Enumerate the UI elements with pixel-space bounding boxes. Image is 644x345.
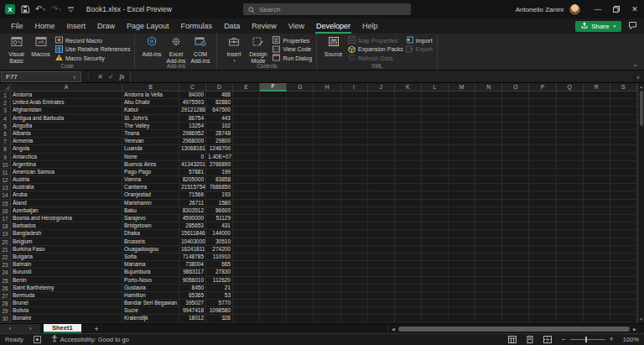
cell[interactable] (422, 307, 449, 315)
cell[interactable] (395, 169, 422, 176)
cell[interactable] (287, 123, 314, 130)
cell[interactable]: 2766890 (206, 161, 233, 169)
cell[interactable] (368, 292, 395, 300)
cell[interactable] (557, 254, 584, 261)
cell[interactable] (449, 215, 475, 222)
cell[interactable] (422, 145, 449, 153)
cell[interactable] (314, 130, 340, 138)
cell[interactable] (475, 277, 502, 285)
cell[interactable] (368, 254, 395, 261)
cell[interactable] (341, 215, 368, 222)
cell[interactable]: Bujumbura (122, 269, 179, 276)
hscroll-right-icon[interactable]: ▶ (633, 324, 636, 333)
cell[interactable] (502, 315, 529, 322)
row-number[interactable]: 1 (0, 91, 11, 99)
cell[interactable] (314, 246, 340, 254)
cell[interactable] (529, 261, 556, 269)
cell[interactable]: 665 (206, 261, 233, 269)
cell[interactable] (314, 285, 340, 292)
cell[interactable] (341, 176, 368, 184)
cell[interactable] (475, 107, 502, 114)
cell[interactable] (557, 169, 584, 176)
cell[interactable]: 193 (206, 191, 233, 199)
cell[interactable] (368, 207, 395, 215)
cell[interactable] (610, 261, 637, 269)
com-add-ins-button[interactable]: COM Add-ins (189, 35, 211, 64)
cell[interactable] (314, 145, 340, 153)
cell[interactable] (341, 154, 368, 161)
cell[interactable] (260, 315, 287, 322)
row-number[interactable]: 16 (0, 207, 11, 215)
cell[interactable] (422, 269, 449, 276)
cell[interactable] (368, 269, 395, 276)
cell[interactable] (502, 145, 529, 153)
cell[interactable] (314, 115, 340, 123)
cell[interactable]: 26711 (179, 200, 206, 207)
cell[interactable] (502, 277, 529, 285)
row-number[interactable]: 11 (0, 169, 11, 176)
view-code-button[interactable]: View Code (273, 45, 312, 55)
cell[interactable] (502, 230, 529, 238)
column-header-K[interactable]: K (395, 83, 422, 91)
cell[interactable] (287, 230, 314, 238)
cell[interactable] (610, 99, 637, 107)
cell[interactable] (475, 269, 502, 276)
cell[interactable]: 9863117 (179, 269, 206, 276)
cell[interactable] (529, 215, 556, 222)
row-number[interactable]: 26 (0, 285, 11, 292)
excel-add-ins-button[interactable]: Excel Add-ins (164, 35, 187, 64)
cell[interactable] (475, 161, 502, 169)
cell[interactable] (341, 184, 368, 191)
cell[interactable] (233, 200, 260, 207)
cell[interactable] (260, 191, 287, 199)
cell[interactable] (502, 292, 529, 300)
cell[interactable] (422, 161, 449, 169)
cell[interactable] (233, 176, 260, 184)
cell[interactable]: 8303512 (179, 207, 206, 215)
cell[interactable] (395, 176, 422, 184)
cell[interactable] (475, 230, 502, 238)
cell[interactable]: 112620 (206, 277, 233, 285)
cell[interactable] (233, 307, 260, 315)
cell[interactable]: 395027 (179, 300, 206, 307)
column-header-E[interactable]: E (233, 83, 260, 91)
cell[interactable] (314, 215, 340, 222)
cell[interactable] (422, 222, 449, 230)
zoom-slider[interactable] (570, 339, 605, 340)
cell[interactable]: Mariehamn (122, 200, 179, 207)
cell[interactable] (260, 115, 287, 123)
cell[interactable] (395, 238, 422, 246)
minimize-icon[interactable]: — (589, 0, 607, 18)
cell[interactable] (449, 285, 475, 292)
row-number[interactable]: 7 (0, 138, 11, 145)
zoom-in-icon[interactable]: + (610, 336, 614, 343)
cell[interactable] (610, 222, 637, 230)
cell[interactable] (368, 145, 395, 153)
cell[interactable] (368, 285, 395, 292)
column-header-R[interactable]: R (584, 83, 610, 91)
cell[interactable]: Baku (122, 207, 179, 215)
row-number[interactable]: 4 (0, 115, 11, 123)
cell[interactable] (502, 115, 529, 123)
properties-button[interactable]: Properties (273, 36, 312, 45)
cell[interactable] (610, 215, 637, 222)
cell[interactable] (233, 215, 260, 222)
row-number[interactable]: 14 (0, 191, 11, 199)
run-dialog-button[interactable]: Run Dialog (273, 54, 312, 63)
cell[interactable]: Åland (11, 200, 122, 207)
cell[interactable]: Brussels (122, 238, 179, 246)
cell[interactable]: 468 (206, 91, 233, 99)
cell[interactable] (584, 254, 610, 261)
design-mode-button[interactable]: Design Mode (247, 35, 269, 64)
cell[interactable] (475, 300, 502, 307)
cell[interactable]: 13254 (179, 123, 206, 130)
cell[interactable] (422, 191, 449, 199)
cell[interactable] (395, 300, 422, 307)
cell[interactable]: 1580 (206, 200, 233, 207)
cell[interactable] (449, 269, 475, 276)
cell[interactable] (610, 285, 637, 292)
cell[interactable] (449, 277, 475, 285)
cell[interactable] (557, 191, 584, 199)
column-header-C[interactable]: C (179, 83, 206, 91)
row-number[interactable]: 27 (0, 292, 11, 300)
